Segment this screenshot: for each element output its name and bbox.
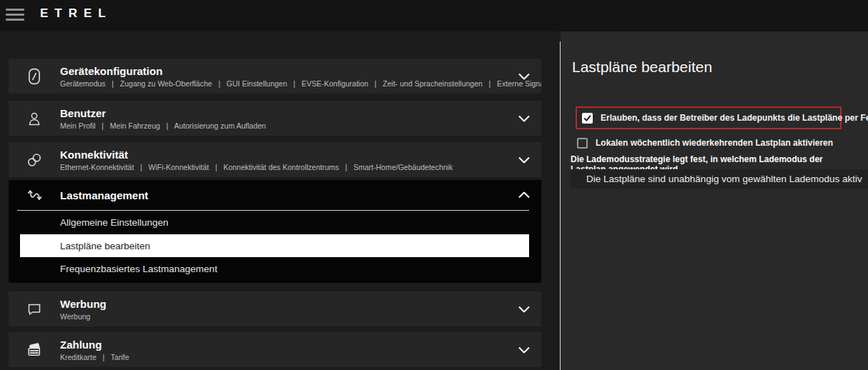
chevron-down-icon[interactable] [518, 346, 530, 353]
chat-icon [9, 301, 60, 317]
local-weekly-plan-option[interactable]: Lokalen wöchentlich wiederkehrenden Last… [577, 136, 863, 149]
chevron-up-icon[interactable] [518, 192, 530, 199]
menu-item-frequenzbasiertes-lastmanagement[interactable]: Frequenzbasiertes Lastmanagement [9, 257, 541, 281]
chevron-down-icon[interactable] [518, 73, 530, 79]
content-panel: Lastpläne bearbeiten Erlauben, dass der … [561, 31, 868, 370]
app-window: ETREL Gerätekonfiguration Gerätemodus | … [0, 0, 868, 370]
remote-load-plans-option-highlighted[interactable]: Erlauben, dass der Betreiber des Ladepun… [576, 106, 842, 129]
section-title: Lastmanagement [60, 189, 148, 201]
hamburger-menu-icon[interactable] [6, 9, 24, 23]
remote-load-plans-label: Erlauben, dass der Betreiber des Ladepun… [601, 113, 868, 123]
link-icon [9, 151, 60, 169]
section-zahlung[interactable]: Zahlung Kreditkarte | Tarife [9, 332, 541, 367]
menu-item-allgemeine-einstellungen[interactable]: Allgemeine Einstellungen [9, 211, 541, 234]
chevron-down-icon[interactable] [518, 115, 530, 121]
section-title: Benutzer [60, 107, 541, 119]
charging-mode-strategy-value: Die Lastpläne sind unabhängig vom gewähl… [586, 174, 862, 184]
checkmark-icon [583, 114, 591, 122]
page-title: Lastpläne bearbeiten [572, 59, 712, 76]
charging-mode-strategy-row[interactable]: Die Lastpläne sind unabhängig vom gewähl… [571, 169, 868, 189]
section-subtitle: Gerätemodus | Zugang zu Web-Oberfläche |… [60, 79, 541, 88]
user-icon [9, 111, 60, 126]
section-title: Gerätekonfiguration [60, 65, 541, 77]
wave-arrows-icon [9, 187, 60, 204]
chevron-down-icon[interactable] [518, 156, 530, 163]
section-werbung[interactable]: Werbung Werbung [9, 291, 541, 326]
section-subtitle: Mein Profil | Mein Fahrzeug | Autorisier… [60, 121, 541, 130]
top-bar: ETREL [0, 0, 868, 31]
section-geraetekonfiguration[interactable]: Gerätekonfiguration Gerätemodus | Zugang… [9, 59, 541, 94]
settings-accordion-panel: Gerätekonfiguration Gerätemodus | Zugang… [0, 31, 560, 370]
device-icon [9, 68, 60, 85]
section-lastmanagement-expanded: Lastmanagement Allgemeine Einstellungen … [9, 180, 541, 283]
section-subtitle: Werbung [60, 312, 541, 321]
section-title: Konnektivität [60, 149, 541, 161]
section-lastmanagement-header[interactable]: Lastmanagement [9, 180, 541, 210]
section-subtitle: Kreditkarte | Tarife [60, 353, 541, 361]
remote-load-plans-checkbox[interactable] [582, 113, 593, 124]
menu-item-lastplaene-bearbeiten-selected[interactable]: Lastpläne bearbeiten [20, 234, 529, 257]
section-benutzer[interactable]: Benutzer Mein Profil | Mein Fahrzeug | A… [9, 101, 541, 136]
local-weekly-plan-label: Lokalen wöchentlich wiederkehrenden Last… [596, 138, 833, 148]
chevron-down-icon[interactable] [518, 306, 530, 312]
section-title: Zahlung [60, 339, 541, 351]
section-title: Werbung [60, 298, 541, 310]
cards-icon [9, 341, 60, 358]
section-subtitle: Ethernet-Konnektivität | WiFi-Konnektivi… [60, 163, 541, 171]
local-weekly-plan-checkbox[interactable] [577, 138, 588, 149]
panel-divider [560, 41, 561, 370]
section-konnektivitaet[interactable]: Konnektivität Ethernet-Konnektivität | W… [9, 142, 541, 177]
etrel-logo: ETREL [40, 6, 112, 21]
